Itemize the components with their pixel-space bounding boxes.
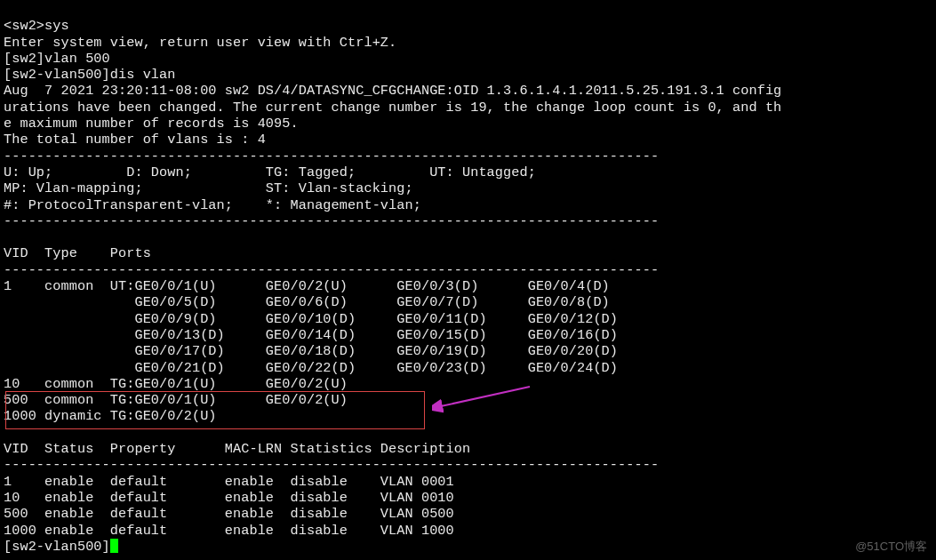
legend-line: #: ProtocolTransparent-vlan; *: Manageme… [4,197,421,213]
ports-table-row: 1000 dynamic TG:GE0/0/2(U) [4,408,217,424]
ports-table-header: VID Type Ports [4,245,151,261]
divider-line: ----------------------------------------… [4,262,659,278]
legend-line: MP: Vlan-mapping; ST: Vlan-stacking; [4,180,413,196]
status-table-header: VID Status Property MAC-LRN Statistics D… [4,441,470,457]
status-table-row: 10 enable default enable disable VLAN 00… [4,490,454,506]
status-table-row: 500 enable default enable disable VLAN 0… [4,506,454,522]
ports-table-row: 500 common TG:GE0/0/1(U) GE0/0/2(U) [4,392,348,408]
sysview-msg: Enter system view, return user view with… [4,35,396,51]
log-line: e maximum number of records is 4095. [4,116,299,132]
terminal-output[interactable]: <sw2>sys Enter system view, return user … [0,0,936,556]
log-line: urations have been changed. The current … [4,100,781,116]
status-table-row: 1 enable default enable disable VLAN 000… [4,474,454,490]
ports-table-row: GE0/0/13(D) GE0/0/14(D) GE0/0/15(D) GE0/… [4,327,618,343]
prompt-sys-view: [sw2]vlan 500 [4,51,110,67]
total-vlans: The total number of vlans is : 4 [4,132,266,148]
prompt-vlan-view: [sw2-vlan500]dis vlan [4,67,176,83]
divider-line: ----------------------------------------… [4,148,659,164]
watermark-text: @51CTO博客 [855,539,927,555]
prompt-vlan-view-2[interactable]: [sw2-vlan500] [4,539,118,555]
divider-line: ----------------------------------------… [4,457,659,473]
ports-table-row: GE0/0/17(D) GE0/0/18(D) GE0/0/19(D) GE0/… [4,343,618,359]
ports-table-row: GE0/0/21(D) GE0/0/22(D) GE0/0/23(D) GE0/… [4,360,618,376]
status-table-row: 1000 enable default enable disable VLAN … [4,523,454,539]
ports-table-row: GE0/0/9(D) GE0/0/10(D) GE0/0/11(D) GE0/0… [4,311,618,327]
ports-table-row: GE0/0/5(D) GE0/0/6(D) GE0/0/7(D) GE0/0/8… [4,294,610,310]
prompt-user-view: <sw2>sys [4,18,69,34]
legend-line: U: Up; D: Down; TG: Tagged; UT: Untagged… [4,164,536,180]
ports-table-row: 1 common UT:GE0/0/1(U) GE0/0/2(U) GE0/0/… [4,278,610,294]
log-line: Aug 7 2021 23:20:11-08:00 sw2 DS/4/DATAS… [4,83,781,99]
divider-line: ----------------------------------------… [4,213,659,229]
ports-table-row: 10 common TG:GE0/0/1(U) GE0/0/2(U) [4,376,348,392]
cursor-icon [110,539,118,553]
